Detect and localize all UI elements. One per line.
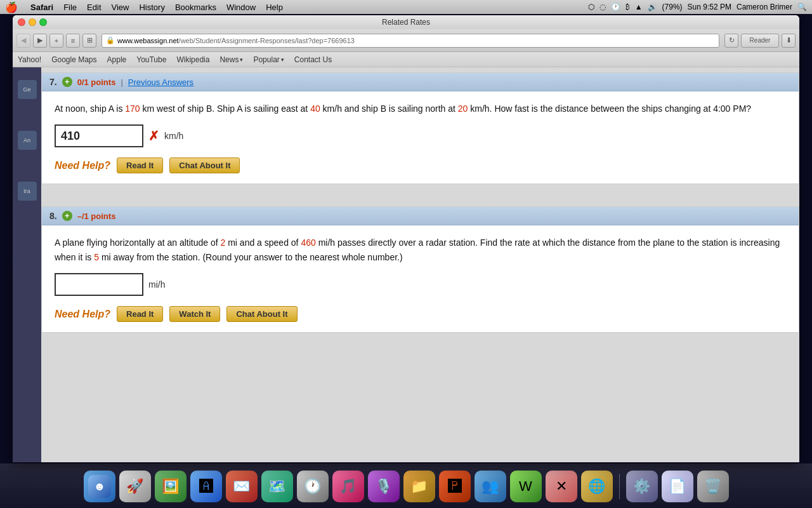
bookmark-contact[interactable]: Contact Us (294, 55, 332, 64)
dock-photos[interactable]: 🖼️ (155, 471, 187, 502)
question-7-prev-answers[interactable]: Previous Answers (128, 77, 193, 87)
dock-x[interactable]: ✕ (546, 471, 577, 502)
dock-launchpad[interactable]: 🚀 (119, 471, 151, 502)
back-button[interactable]: ◀ (16, 34, 30, 48)
sidebar-icon-2[interactable]: An (18, 131, 37, 150)
question-7-chat-button[interactable]: Chat About It (169, 157, 240, 173)
dock-podcasts[interactable]: 🎙️ (368, 471, 400, 502)
search-icon[interactable]: 🔍 (797, 3, 807, 11)
dock-system-prefs[interactable]: ⚙️ (626, 471, 658, 502)
maximize-button[interactable] (39, 18, 47, 26)
question-7-read-it-button[interactable]: Read It (117, 157, 163, 173)
dock-y[interactable]: 🌐 (581, 471, 613, 502)
svg-text:☻: ☻ (93, 480, 105, 493)
menu-bookmarks[interactable]: Bookmarks (170, 0, 221, 14)
download-button[interactable]: ⬇ (782, 34, 796, 48)
menu-window[interactable]: Window (221, 0, 261, 14)
forward-button[interactable]: ▶ (33, 34, 47, 48)
bluetooth-icon[interactable]: ₿ (625, 3, 630, 11)
battery-indicator: (79%) (662, 3, 683, 11)
dock-documents[interactable]: 📄 (662, 471, 693, 502)
question-7-wrong-icon: ✗ (148, 128, 159, 144)
dock-music[interactable]: 🎵 (332, 471, 364, 502)
address-bar[interactable]: 🔒 www.webassign.net /web/Student/Assignm… (102, 34, 719, 48)
spacer-between-questions (41, 194, 799, 206)
main-content: 7. + 0/1 points | Previous Answers At no… (41, 67, 799, 462)
question-7-unit: km/h (164, 131, 183, 141)
close-button[interactable] (18, 18, 25, 26)
bookmark-popular[interactable]: Popular (253, 55, 284, 64)
menu-history[interactable]: History (134, 0, 169, 14)
menu-view[interactable]: View (107, 0, 134, 14)
clock-icon: 🕐 (611, 3, 620, 11)
bookmarks-bar: Yahoo! Google Maps Apple YouTube Wikiped… (13, 52, 799, 67)
sidebar-icon-1[interactable]: Ge (18, 80, 37, 99)
question-8-answer-row: mi/h (55, 273, 786, 296)
browser-toolbar: ◀ ▶ + ≡ ⊞ 🔒 www.webassign.net /web/Stude… (13, 29, 799, 52)
question-8-points: –/1 points (77, 211, 116, 221)
url-path: /web/Student/Assignment-Responses/last?d… (179, 37, 355, 44)
question-8-unit: mi/h (148, 279, 165, 290)
menu-edit[interactable]: Edit (82, 0, 106, 14)
bookmark-apple[interactable]: Apple (107, 55, 127, 64)
question-7-number: 7. (49, 77, 57, 87)
apple-menu[interactable]: 🍎 (5, 1, 18, 13)
q8-text-4: mi away from the station. (Round your an… (99, 252, 403, 262)
question-7-answer-input[interactable] (55, 124, 143, 147)
question-8-expand-icon[interactable]: + (62, 211, 72, 221)
dock-unknown1[interactable]: 🅿 (439, 471, 471, 502)
title-bar: Related Rates (13, 15, 799, 29)
bookmark-wikipedia[interactable]: Wikipedia (176, 55, 209, 64)
dock-clock[interactable]: 🕐 (297, 471, 329, 502)
dock-separator (619, 474, 620, 499)
traffic-lights (18, 18, 47, 26)
url-domain: www.webassign.net (117, 37, 179, 44)
q7-val3: 20 (458, 104, 468, 114)
dock-people[interactable]: 👥 (475, 471, 506, 502)
q7-text-2: km west of ship B. Ship A is sailing eas… (140, 104, 310, 114)
question-7-body: At noon, ship A is 170 km west of ship B… (42, 91, 799, 184)
menu-safari[interactable]: Safari (25, 0, 58, 14)
minimize-button[interactable] (29, 18, 36, 26)
reload-button[interactable]: ↻ (724, 34, 738, 48)
menubar: 🍎 Safari File Edit View History Bookmark… (0, 0, 812, 14)
show-bookmarks-button[interactable]: ≡ (66, 34, 80, 48)
question-8-help-row: Need Help? Read It Watch It Chat About I… (55, 306, 786, 322)
bookmark-googlemaps[interactable]: Google Maps (51, 55, 96, 64)
bookmark-news[interactable]: News (219, 55, 243, 64)
top-sites-button[interactable]: ⊞ (82, 34, 96, 48)
q7-val2: 40 (310, 104, 320, 114)
bookmark-youtube[interactable]: YouTube (136, 55, 166, 64)
menu-help[interactable]: Help (261, 0, 288, 14)
dropbox-icon[interactable]: ⬡ (588, 3, 594, 11)
dock-appstore[interactable]: 🅰 (190, 471, 222, 502)
question-8-chat-button[interactable]: Chat About It (226, 306, 297, 322)
dock-maps[interactable]: 🗺️ (261, 471, 293, 502)
sidebar-icon-3[interactable]: tra (18, 182, 37, 201)
new-tab-button[interactable]: + (49, 34, 63, 48)
dock-finder[interactable]: ☻ (84, 471, 115, 502)
menu-file[interactable]: File (58, 0, 82, 14)
datetime: Sun 9:52 PM (688, 3, 731, 11)
question-7-block: 7. + 0/1 points | Previous Answers At no… (41, 72, 799, 184)
question-8-answer-input[interactable] (55, 273, 143, 296)
browser-window: Related Rates ◀ ▶ + ≡ ⊞ 🔒 www.webassign.… (13, 15, 799, 462)
q7-text-3: km/h and ship B is sailing north at (320, 104, 458, 114)
volume-icon[interactable]: 🔊 (648, 3, 657, 11)
q8-val2: 460 (301, 237, 315, 248)
question-7-need-help-label: Need Help? (55, 160, 110, 171)
wifi-icon[interactable]: ▲ (635, 3, 643, 11)
question-7-points: 0/1 points (77, 77, 116, 87)
separator-7: | (121, 77, 122, 87)
dock-trash[interactable]: 🗑️ (697, 471, 729, 502)
reader-button[interactable]: Reader (741, 34, 779, 48)
question-8-read-it-button[interactable]: Read It (117, 306, 163, 322)
username: Cameron Brimer (737, 3, 792, 11)
dock-word[interactable]: W (510, 471, 542, 502)
bookmark-yahoo[interactable]: Yahoo! (18, 55, 41, 64)
dock-finder2[interactable]: 📁 (403, 471, 435, 502)
question-8-watch-it-button[interactable]: Watch It (169, 306, 220, 322)
page-layout: Ge An tra 7. + 0/1 points | Previous Ans… (13, 67, 799, 462)
dock-mail[interactable]: ✉️ (226, 471, 258, 502)
question-7-expand-icon[interactable]: + (62, 77, 72, 87)
